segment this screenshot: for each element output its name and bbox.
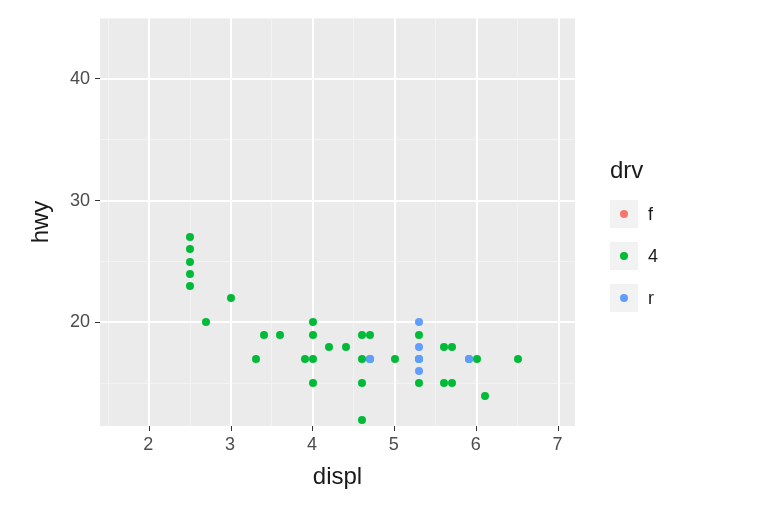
x-tick-label: 4 <box>307 434 317 455</box>
x-tick <box>312 426 313 431</box>
x-tick <box>149 426 150 431</box>
data-point <box>415 379 423 387</box>
x-tick-label: 7 <box>553 434 563 455</box>
data-point <box>415 367 423 375</box>
y-axis-title: hwy <box>26 192 54 252</box>
data-point <box>252 355 260 363</box>
chart-root: hwy displ drv 234567203040f4r <box>0 0 768 512</box>
legend-key <box>610 242 638 270</box>
legend-label: 4 <box>648 246 658 267</box>
data-point <box>415 355 423 363</box>
data-point <box>415 331 423 339</box>
y-tick-label: 40 <box>70 68 90 89</box>
data-point <box>448 379 456 387</box>
data-point <box>186 233 194 241</box>
grid-minor-h <box>100 139 575 140</box>
legend-title: drv <box>610 156 643 184</box>
x-tick-label: 6 <box>471 434 481 455</box>
grid-minor-h <box>100 261 575 262</box>
x-tick-label: 2 <box>143 434 153 455</box>
data-point <box>366 355 374 363</box>
y-tick-label: 20 <box>70 311 90 332</box>
x-axis-title: displ <box>100 462 575 490</box>
x-tick <box>558 426 559 431</box>
legend-dot-icon <box>620 294 628 302</box>
legend-key <box>610 200 638 228</box>
y-tick <box>95 200 100 201</box>
legend-key <box>610 284 638 312</box>
data-point <box>448 343 456 351</box>
grid-major-h <box>100 78 575 80</box>
x-tick <box>476 426 477 431</box>
data-point <box>415 343 423 351</box>
data-point <box>481 392 489 400</box>
data-point <box>415 318 423 326</box>
data-point <box>514 355 522 363</box>
data-point <box>186 245 194 253</box>
data-point <box>358 355 366 363</box>
data-point <box>358 331 366 339</box>
data-point <box>309 379 317 387</box>
data-point <box>186 270 194 278</box>
data-point <box>276 331 284 339</box>
data-point <box>440 343 448 351</box>
data-point <box>309 318 317 326</box>
data-point <box>358 416 366 424</box>
legend-dot-icon <box>620 210 628 218</box>
y-tick <box>95 78 100 79</box>
data-point <box>366 331 374 339</box>
data-point <box>309 331 317 339</box>
data-point <box>309 355 317 363</box>
grid-major-h <box>100 321 575 323</box>
data-point <box>202 318 210 326</box>
legend-label: r <box>648 288 654 309</box>
data-point <box>325 343 333 351</box>
data-point <box>301 355 309 363</box>
data-point <box>342 343 350 351</box>
y-tick-label: 30 <box>70 190 90 211</box>
y-tick <box>95 322 100 323</box>
x-tick <box>231 426 232 431</box>
data-point <box>186 282 194 290</box>
grid-minor-h <box>100 18 575 19</box>
legend-label: f <box>648 204 653 225</box>
data-point <box>473 355 481 363</box>
grid-minor-h <box>100 383 575 384</box>
x-tick <box>394 426 395 431</box>
data-point <box>227 294 235 302</box>
data-point <box>186 258 194 266</box>
data-point <box>358 379 366 387</box>
legend-dot-icon <box>620 252 628 260</box>
data-point <box>260 331 268 339</box>
grid-major-h <box>100 200 575 202</box>
x-tick-label: 5 <box>389 434 399 455</box>
data-point <box>465 355 473 363</box>
data-point <box>391 355 399 363</box>
x-tick-label: 3 <box>225 434 235 455</box>
data-point <box>440 379 448 387</box>
